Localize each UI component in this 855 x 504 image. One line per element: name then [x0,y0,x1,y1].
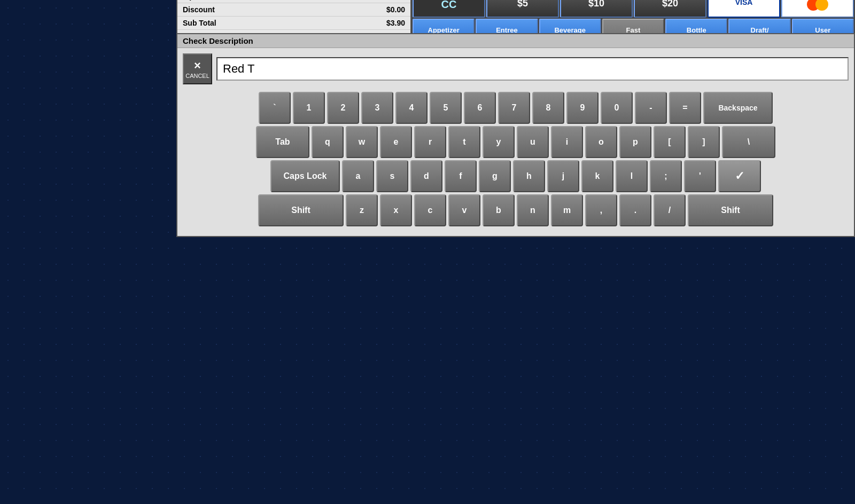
key-k[interactable]: k [581,160,613,192]
key-0[interactable]: 0 [601,92,633,124]
discount-row: Discount $0.00 [177,3,410,17]
description-input[interactable] [216,57,849,81]
key-4[interactable]: 4 [395,92,428,124]
key-9[interactable]: 9 [566,92,598,124]
key-comma[interactable]: , [585,194,617,226]
key-backspace[interactable]: Backspace [703,92,773,124]
key-enter[interactable]: ✓ [718,160,761,192]
key-n[interactable]: n [517,194,549,226]
visa-button[interactable]: VISA [708,0,780,18]
key-equals[interactable]: = [669,92,701,124]
key-1[interactable]: 1 [293,92,325,124]
key-c[interactable]: c [414,194,446,226]
key-semicolon[interactable]: ; [650,160,682,192]
key-b[interactable]: b [483,194,515,226]
cc-button[interactable]: CC [413,0,485,18]
dialog-title: Check Description [177,34,854,48]
mastercard-button[interactable] [781,0,854,18]
key-r[interactable]: r [414,126,446,158]
mc-circle-right [815,0,828,11]
key-3[interactable]: 3 [361,92,393,124]
input-row: × CANCEL [183,53,849,84]
key-v[interactable]: v [448,194,480,226]
key-row-numbers: ` 1 2 3 4 5 6 7 8 9 0 - = Backspace [187,92,844,124]
key-row-zxcv: Shift z x c v b n m , . / Shift [187,194,844,226]
check-description-dialog: Check Description × CANCEL ` 1 2 3 4 5 [176,33,855,237]
twenty-button[interactable]: $20 [634,0,706,18]
key-y[interactable]: y [483,126,515,158]
ten-button[interactable]: $10 [560,0,633,18]
key-i[interactable]: i [551,126,583,158]
key-2[interactable]: 2 [327,92,359,124]
key-d[interactable]: d [410,160,442,192]
key-minus[interactable]: - [635,92,667,124]
key-w[interactable]: w [346,126,378,158]
key-capslock[interactable]: Caps Lock [270,160,340,192]
cancel-button[interactable]: × CANCEL [183,53,212,84]
discount-value: $0.00 [386,5,405,14]
key-7[interactable]: 7 [498,92,530,124]
key-z[interactable]: z [346,194,378,226]
five-button[interactable]: $5 [486,0,559,18]
key-backslash[interactable]: \ [722,126,775,158]
key-e[interactable]: e [380,126,412,158]
dialog-content: × CANCEL ` 1 2 3 4 5 6 7 8 9 [177,48,854,236]
tip-value: $0.00 [386,0,405,1]
tip-label: Tip [183,0,194,1]
key-bracket-left[interactable]: [ [654,126,686,158]
key-l[interactable]: l [616,160,648,192]
key-p[interactable]: p [619,126,651,158]
key-row-asdf: Caps Lock a s d f g h j k l ; ' ✓ [187,160,844,192]
key-slash[interactable]: / [654,194,686,226]
payment-row: CC $5 $10 $20 VISA [413,0,854,18]
key-bracket-right[interactable]: ] [688,126,720,158]
key-5[interactable]: 5 [430,92,462,124]
key-s[interactable]: s [376,160,408,192]
key-quote[interactable]: ' [684,160,716,192]
key-a[interactable]: a [342,160,374,192]
x-icon: × [194,59,201,73]
key-f[interactable]: f [445,160,477,192]
key-j[interactable]: j [547,160,579,192]
key-x[interactable]: x [380,194,412,226]
cancel-label: CANCEL [185,73,209,79]
key-g[interactable]: g [479,160,511,192]
key-period[interactable]: . [619,194,651,226]
key-o[interactable]: o [585,126,617,158]
subtotal-value: $3.90 [386,19,405,27]
keyboard: ` 1 2 3 4 5 6 7 8 9 0 - = Backspace [183,90,849,231]
key-h[interactable]: h [513,160,545,192]
key-m[interactable]: m [551,194,583,226]
subtotal-label: Sub Total [183,19,216,27]
key-t[interactable]: t [448,126,480,158]
discount-label: Discount [183,5,215,14]
key-q[interactable]: q [312,126,344,158]
key-tab[interactable]: Tab [256,126,309,158]
key-shift-left[interactable]: Shift [258,194,344,226]
key-u[interactable]: u [517,126,549,158]
key-row-qwerty: Tab q w e r t y u i o p [ ] \ [187,126,844,158]
key-8[interactable]: 8 [532,92,564,124]
key-6[interactable]: 6 [464,92,496,124]
key-backtick[interactable]: ` [259,92,291,124]
key-shift-right[interactable]: Shift [688,194,773,226]
subtotal-row: Sub Total $3.90 [177,17,410,30]
